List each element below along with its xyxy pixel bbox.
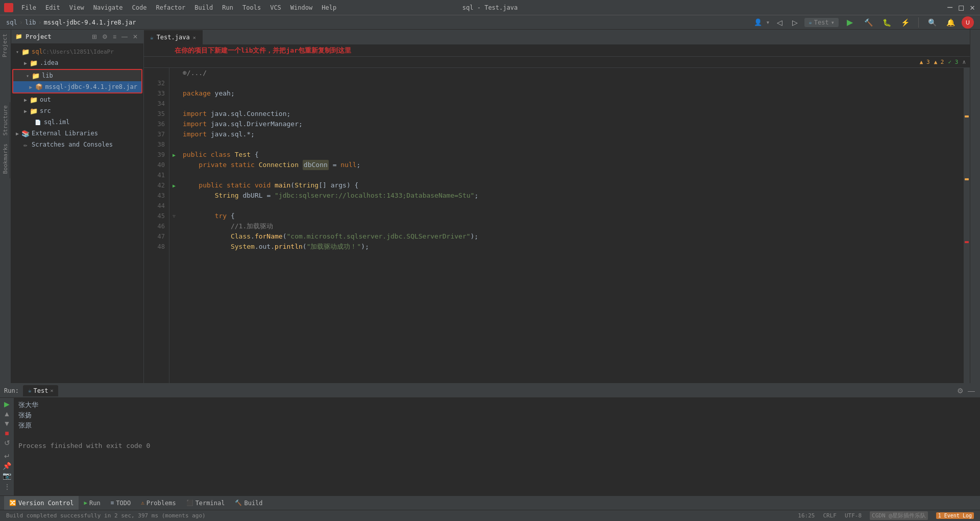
run-config-dropdown-icon: ▾ [831,19,835,26]
editor-area: ☕ Test.java ✕ 在你的项目下新建一个lib文件，并把jar包重新复制… [144,30,970,383]
editor-tab-bar: ☕ Test.java ✕ [144,30,970,45]
line-ending[interactable]: CRLF [823,512,837,519]
tree-scratches[interactable]: ✏️ Scratches and Consoles [11,139,143,150]
menu-help[interactable]: Help [317,3,340,12]
close-button[interactable]: ✕ [969,4,976,11]
tree-external-libs[interactable]: ▶ 📚 External Libraries [11,128,143,139]
fold-gutter-45[interactable]: ▽ [173,214,175,219]
project-layout-button[interactable]: ⊞ [90,33,99,41]
code-line-39: public class Test { [183,150,960,160]
code-line-47: Class.forName("com.microsoft.sqlserver.j… [183,231,960,242]
menu-code[interactable]: Code [128,3,151,12]
menu-edit[interactable]: Edit [41,3,64,12]
search-button[interactable]: 🔍 [925,15,939,30]
run-tab-name: Test [34,387,48,394]
run-wrap-button[interactable]: ↵ [2,452,13,460]
avatar-button[interactable]: U [962,16,974,29]
minimize-button[interactable]: ─ [946,4,953,11]
tree-root-label: sql [32,48,43,55]
menu-refactor[interactable]: Refactor [152,3,189,12]
build-tab[interactable]: 🔨 Build [230,496,267,510]
problems-label: Problems [146,500,176,507]
terminal-tab[interactable]: ⬛ Terminal [181,496,230,510]
menu-file[interactable]: File [17,3,40,12]
breadcrumb-sql[interactable]: sql [6,19,17,26]
run-tab-close-icon[interactable]: ✕ [50,388,53,393]
code-editor[interactable]: ⊕/.../ package yeah; import java.sql.Con… [179,68,964,383]
tree-jar-file[interactable]: ▶ 📦 mssql-jdbc-9.4.1.jre8.jar [13,81,141,92]
project-expand-button[interactable]: ≡ [111,33,118,41]
run-down-button[interactable]: ▼ [2,419,13,428]
breadcrumb-lib[interactable]: lib [25,19,36,26]
run-more-button-1[interactable]: ⋮ [2,481,13,492]
main-area: Project 📁 Project ⊞ ⚙ ≡ — ✕ ▾ 📁 sql C:\U… [0,30,980,383]
tree-root[interactable]: ▾ 📁 sql C:\Users\12851\IdeaPr [11,46,143,57]
run-stop-button[interactable]: ■ [2,429,13,437]
run-start-button[interactable]: ▶ [2,400,13,408]
tree-extlibs-label: External Libraries [32,130,98,137]
nav-back-button[interactable]: ◁ [774,17,785,28]
line-num-34: 34 [144,99,165,109]
code-line-41 [183,170,960,180]
structure-tab[interactable]: Structure [0,102,11,139]
tree-iml-file[interactable]: 📄 sql.iml [11,116,143,128]
breadcrumb-jar[interactable]: mssql-jdbc-9.4.1.jre8.jar [44,19,136,26]
version-control-tab[interactable]: 🔀 Version Control [4,496,79,510]
line-num-37: 37 [144,129,165,139]
run-pin-button[interactable]: 📌 [2,462,13,470]
problems-tab[interactable]: ⚠ Problems [136,496,181,510]
debug-button[interactable]: 🐛 [879,15,894,30]
project-collapse-button[interactable]: — [120,33,129,41]
cdgn-tag: CGDN @星际插件乐队 [870,511,928,520]
panel-minimize-button[interactable]: — [967,386,976,396]
code-line-42: public static void main(String[] args) { [183,180,960,191]
user-icon[interactable]: 👤 ▾ [754,18,770,26]
panel-settings-button[interactable]: ⚙ [956,386,965,396]
cursor-position[interactable]: 16:25 [798,512,815,519]
maximize-button[interactable]: □ [958,4,965,11]
chevron-up-icon[interactable]: ∧ [962,59,966,65]
tree-iml-icon: 📄 [34,118,42,126]
tree-src-folder[interactable]: ▶ 📁 src [11,105,143,116]
left-vertical-tabs: Project [0,30,11,383]
run-camera-button[interactable]: 📷 [2,471,13,480]
tab-test-java[interactable]: ☕ Test.java ✕ [144,30,203,44]
tree-jar-arrow: ▶ [27,84,35,90]
menu-tools[interactable]: Tools [238,3,265,12]
event-log-badge[interactable]: 1 Event Log [936,512,974,519]
run-rerun-button[interactable]: ↺ [2,439,13,447]
menu-view[interactable]: View [65,3,88,12]
project-gear-button[interactable]: ⚙ [101,33,109,41]
nav-forward-button[interactable]: ▷ [789,17,800,28]
notifications-button[interactable]: 🔔 [943,15,958,30]
editor-gutter: ▶ ▶ ▽ [169,68,179,383]
run-config-selector[interactable]: ☕ Test ▾ [804,18,839,27]
run-tab-test[interactable]: ☕ Test ✕ [23,385,59,396]
menu-navigate[interactable]: Navigate [89,3,127,12]
run-gutter-42[interactable]: ▶ [173,183,176,188]
run-tab-bottom[interactable]: ▶ Run [79,496,105,510]
tree-out-folder[interactable]: ▶ 📁 out [11,94,143,105]
build-label: Build [244,500,262,507]
build-button[interactable]: 🔨 [861,15,875,30]
charset[interactable]: UTF-8 [845,512,862,519]
todo-tab[interactable]: ≡ TODO [106,496,136,510]
bookmarks-tab[interactable]: Bookmarks [0,140,11,177]
run-gutter-39[interactable]: ▶ [173,152,176,158]
run-up-button[interactable]: ▲ [2,410,13,418]
tab-close-button[interactable]: ✕ [193,35,196,40]
coverage-button[interactable]: ⚡ [898,15,912,30]
tab-java-icon: ☕ [150,34,154,41]
menu-vcs[interactable]: VCS [266,3,285,12]
run-button[interactable]: ▶ [843,15,857,30]
project-close-button[interactable]: ✕ [131,33,139,41]
tree-idea-folder[interactable]: ▶ 📁 .idea [11,57,143,68]
menu-run[interactable]: Run [218,3,237,12]
tree-lib-folder[interactable]: ▾ 📁 lib [13,70,141,81]
code-line-36: import java.sql.DriverManager; [183,119,960,129]
project-tab-label[interactable]: Project [0,30,11,61]
editor[interactable]: 32 33 34 35 36 37 38 39 40 41 42 43 44 4… [144,68,970,383]
project-tree: ▾ 📁 sql C:\Users\12851\IdeaPr ▶ 📁 .idea … [11,44,143,383]
menu-build[interactable]: Build [190,3,217,12]
menu-window[interactable]: Window [286,3,316,12]
